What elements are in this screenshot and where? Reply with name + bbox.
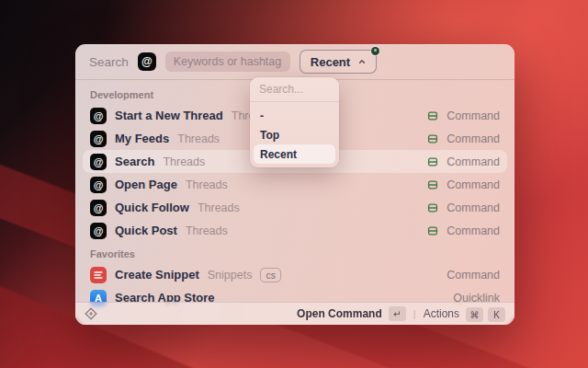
dropdown-options: -TopRecent: [250, 102, 339, 167]
filter-notification-badge: [371, 47, 379, 55]
command-icon: [427, 225, 438, 236]
item-subtitle: Threads: [198, 201, 240, 214]
filter-selected-value: Recent: [311, 55, 350, 69]
k-keycap: K: [488, 307, 505, 322]
item-type-label: Command: [447, 109, 500, 122]
item-subtitle: Snippets: [208, 269, 253, 282]
item-type-label: Command: [447, 132, 500, 145]
item-alias-badge: cs: [260, 268, 281, 282]
item-type-label: Command: [447, 155, 500, 168]
filter-dropdown-panel: -TopRecent: [250, 77, 339, 167]
filter-dropdown-button[interactable]: Recent: [300, 50, 377, 74]
dropdown-search-input[interactable]: [250, 77, 339, 102]
list-item[interactable]: Create Snippet Snippets cs Command: [83, 263, 507, 286]
item-title: My Feeds: [115, 132, 169, 145]
command-icon: [427, 202, 438, 213]
threads-icon: @: [90, 108, 107, 124]
item-subtitle: Threads: [177, 132, 220, 145]
threads-icon: @: [90, 131, 107, 147]
command-icon: [427, 133, 438, 144]
item-subtitle: Threads: [186, 178, 228, 191]
item-subtitle: Threads: [163, 155, 205, 168]
actions-label: Actions: [424, 307, 459, 320]
item-type-label: Command: [447, 269, 500, 282]
item-title: Start a New Thread: [115, 109, 223, 122]
item-subtitle: Threads: [186, 224, 228, 237]
item-title: Quick Follow: [115, 201, 189, 214]
threads-icon: @: [90, 200, 107, 216]
item-title: Search: [115, 155, 154, 168]
threads-app-icon: @: [138, 52, 156, 71]
list-item[interactable]: @ Quick Follow Threads Command: [83, 196, 507, 219]
command-icon: [427, 156, 438, 167]
action-bar: Open Command ↵ | Actions ⌘K: [75, 302, 514, 325]
section-title: Favorites: [90, 248, 500, 259]
threads-icon: @: [90, 177, 107, 193]
raycast-logo-icon: [85, 307, 97, 320]
dropdown-option[interactable]: -: [254, 106, 335, 125]
actions-menu-button[interactable]: Actions ⌘K: [424, 305, 505, 323]
mode-label: Search: [89, 55, 129, 69]
item-title: Create Snippet: [115, 268, 199, 282]
open-command-label: Open Command: [297, 307, 382, 320]
item-type-label: Command: [447, 201, 500, 214]
open-command-action[interactable]: Open Command ↵: [297, 306, 406, 321]
item-title: Quick Post: [115, 224, 177, 237]
search-input[interactable]: [165, 52, 290, 72]
snippets-icon: [90, 267, 107, 283]
footer-divider: |: [413, 308, 416, 319]
item-title: Open Page: [115, 178, 177, 191]
launcher-window: Search @ Recent Development @ Start a Ne…: [75, 44, 514, 325]
item-type-label: Command: [447, 178, 500, 191]
search-header: Search @ Recent: [75, 44, 514, 79]
item-type-label: Command: [447, 224, 500, 237]
list-item[interactable]: @ Quick Post Threads Command: [83, 219, 507, 242]
enter-keycap: ↵: [389, 306, 406, 321]
list-item[interactable]: @ Open Page Threads Command: [83, 173, 507, 196]
dropdown-option[interactable]: Top: [254, 125, 335, 144]
command-icon: [427, 110, 438, 121]
threads-icon: @: [90, 223, 107, 239]
threads-icon: @: [90, 154, 107, 170]
command-icon: [427, 179, 438, 190]
dropdown-option[interactable]: Recent: [254, 144, 335, 164]
chevron-up-icon: [358, 58, 366, 65]
cmd-keycap: ⌘: [466, 307, 483, 322]
